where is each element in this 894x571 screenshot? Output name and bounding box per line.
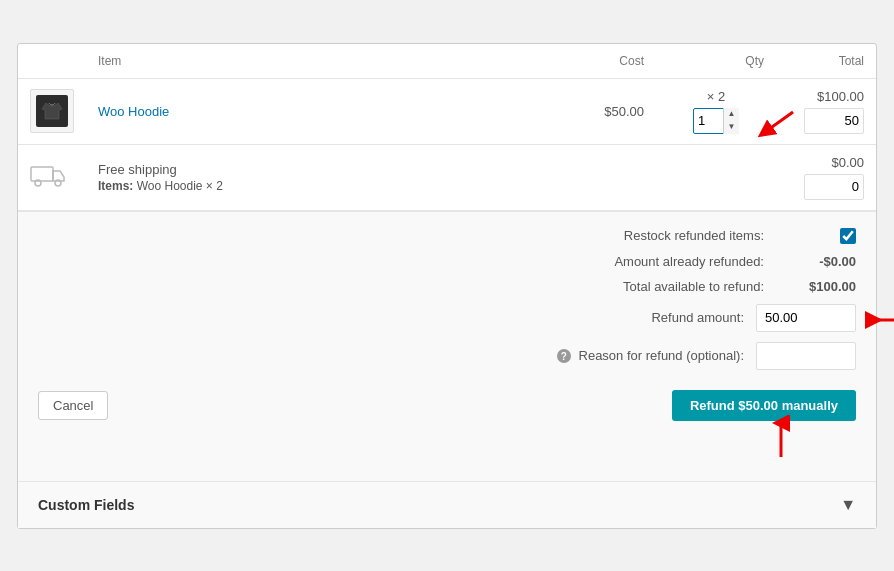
- table-row: Woo Hoodie $50.00 × 2 ▲ ▼: [18, 78, 876, 144]
- reason-row: ? Reason for refund (optional):: [38, 342, 856, 370]
- shipping-input[interactable]: [804, 174, 864, 200]
- item-total-display: $100.00: [788, 89, 864, 104]
- reason-input[interactable]: [756, 342, 856, 370]
- reason-label-text: Reason for refund (optional):: [579, 348, 744, 363]
- total-available-label: Total available to refund:: [623, 279, 764, 294]
- col-header-item-icon: [18, 44, 86, 79]
- shipping-items-label: Items:: [98, 179, 133, 193]
- reason-label: ? Reason for refund (optional):: [557, 348, 744, 364]
- order-items-table: Item Cost Qty Total: [18, 44, 876, 211]
- item-qty-cell: × 2 ▲ ▼: [656, 78, 776, 144]
- hoodie-image: [36, 95, 68, 127]
- shipping-icon-cell: [18, 144, 86, 210]
- shipping-icon: [30, 161, 74, 193]
- item-name-link[interactable]: Woo Hoodie: [98, 104, 169, 119]
- already-refunded-value: -$0.00: [776, 254, 856, 269]
- shipping-total-cell: $0.00: [776, 144, 876, 210]
- already-refunded-row: Amount already refunded: -$0.00: [38, 254, 856, 269]
- item-cost-cell: $50.00: [485, 78, 656, 144]
- chevron-down-icon: ▼: [840, 496, 856, 514]
- qty-input-wrapper: ▲ ▼: [693, 108, 739, 134]
- total-available-row: Total available to refund: $100.00: [38, 279, 856, 294]
- total-available-value: $100.00: [776, 279, 856, 294]
- restock-row: Restock refunded items:: [38, 228, 856, 244]
- shipping-name-cell: Free shipping Items: Woo Hoodie × 2: [86, 144, 485, 210]
- refund-amount-label: Refund amount:: [651, 310, 744, 325]
- cancel-button[interactable]: Cancel: [38, 391, 108, 420]
- shipping-items: Items: Woo Hoodie × 2: [98, 179, 473, 193]
- col-header-cost: Cost: [485, 44, 656, 79]
- qty-spinner: ▲ ▼: [723, 108, 739, 134]
- restock-label: Restock refunded items:: [624, 228, 764, 243]
- shipping-total-display: $0.00: [788, 155, 864, 170]
- qty-arrow-indicator: [745, 110, 795, 150]
- buttons-row: Cancel Refund $50.00 manually: [38, 386, 856, 421]
- custom-fields-section[interactable]: Custom Fields ▼: [18, 481, 876, 528]
- refund-button[interactable]: Refund $50.00 manually: [672, 390, 856, 421]
- order-refund-panel: Item Cost Qty Total: [17, 43, 877, 529]
- qty-increment-button[interactable]: ▲: [724, 108, 739, 121]
- item-thumbnail: [30, 89, 74, 133]
- refund-section: Restock refunded items: Amount already r…: [18, 211, 876, 481]
- truck-icon: [30, 161, 66, 187]
- svg-rect-1: [31, 167, 53, 181]
- item-name-cell: Woo Hoodie: [86, 78, 485, 144]
- refund-amount-arrow-indicator: [864, 308, 894, 332]
- restock-checkbox[interactable]: [840, 228, 856, 244]
- qty-group: × 2 ▲ ▼: [693, 89, 739, 134]
- shipping-qty-cell: [656, 144, 776, 210]
- already-refunded-label: Amount already refunded:: [614, 254, 764, 269]
- shipping-items-value: Woo Hoodie × 2: [137, 179, 223, 193]
- shipping-cost-cell: [485, 144, 656, 210]
- refund-amount-row: Refund amount:: [38, 304, 856, 332]
- shipping-name: Free shipping: [98, 162, 473, 177]
- custom-fields-label: Custom Fields: [38, 497, 134, 513]
- refund-amount-input[interactable]: [756, 304, 856, 332]
- item-total-input[interactable]: [804, 108, 864, 134]
- item-image-cell: [18, 78, 86, 144]
- col-header-qty: Qty: [656, 44, 776, 79]
- col-header-item: Item: [86, 44, 485, 79]
- refund-button-arrow-indicator: [766, 415, 796, 459]
- qty-multiplier: × 2: [707, 89, 725, 104]
- info-icon: ?: [557, 349, 571, 363]
- qty-decrement-button[interactable]: ▼: [724, 121, 739, 134]
- col-header-total: Total: [776, 44, 876, 79]
- shipping-row: Free shipping Items: Woo Hoodie × 2 $0.0…: [18, 144, 876, 210]
